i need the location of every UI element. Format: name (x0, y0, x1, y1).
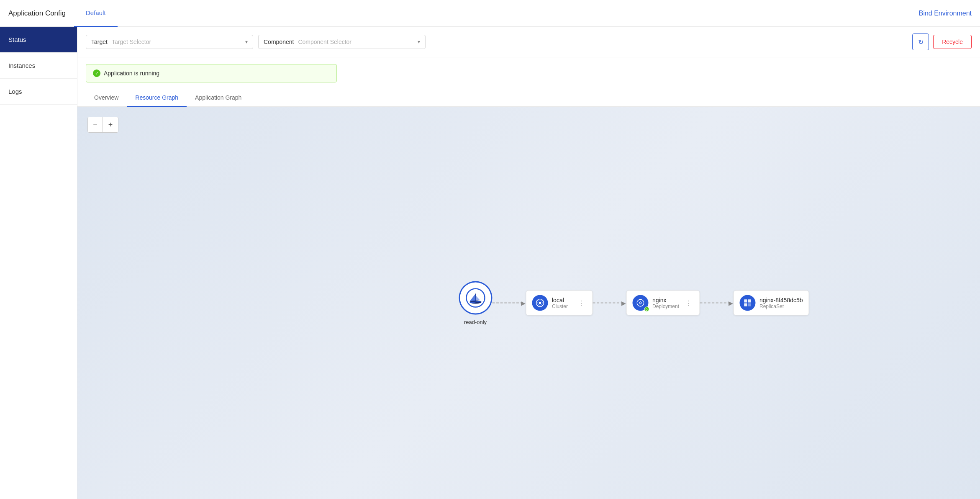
app-icon (459, 281, 492, 314)
status-icon: ✓ (93, 69, 100, 77)
cluster-info: local Cluster (552, 297, 572, 309)
toolbar-right: ↻ Recycle (912, 33, 972, 50)
component-chevron-icon: ▾ (418, 39, 420, 45)
replicaset-node: nginx-8f458dc5b ReplicaSet (733, 291, 809, 316)
svg-line-13 (541, 300, 543, 301)
cluster-icon (532, 295, 548, 311)
svg-rect-18 (748, 299, 751, 302)
deployment-type: Deployment (652, 304, 679, 309)
deployment-node: D nginx Deployment ⋮ (626, 291, 700, 316)
svg-line-11 (537, 300, 539, 301)
target-chevron-icon: ▾ (245, 39, 248, 45)
arrow-icon-3: ▶ (729, 300, 733, 306)
graph-canvas: read-only ▶ (459, 281, 809, 325)
app-config-title: Application Config (8, 9, 66, 18)
svg-line-14 (537, 304, 539, 306)
header: Application Config Default Bind Environm… (0, 0, 980, 27)
target-selector[interactable]: Target Target Selector ▾ (86, 35, 253, 49)
bind-environment-link[interactable]: Bind Environment (919, 10, 972, 17)
tab-default[interactable]: Default (74, 0, 118, 27)
cluster-name: local (552, 297, 572, 304)
arrow-icon-1: ▶ (521, 300, 526, 306)
component-placeholder: Component Selector (298, 39, 413, 45)
deployment-menu-icon[interactable]: ⋮ (683, 298, 693, 308)
layout: Status Instances Logs Target Target Sele… (0, 27, 980, 499)
svg-point-16 (639, 302, 641, 304)
svg-rect-20 (748, 303, 751, 306)
replicaset-info: nginx-8f458dc5b ReplicaSet (759, 297, 803, 309)
graph-area: − + (77, 107, 980, 499)
cluster-node: local Cluster ⋮ (526, 291, 593, 316)
target-placeholder: Target Selector (112, 39, 241, 45)
deploy-icon (636, 298, 645, 308)
svg-point-6 (539, 302, 541, 304)
replicaset-type: ReplicaSet (759, 304, 803, 309)
status-message: Application is running (104, 70, 159, 77)
zoom-in-button[interactable]: + (103, 117, 118, 132)
svg-rect-17 (744, 299, 747, 302)
connector-2: ▶ (593, 300, 626, 306)
refresh-icon: ↻ (918, 38, 924, 46)
sidebar-item-status[interactable]: Status (0, 27, 77, 53)
replicaset-name: nginx-8f458dc5b (759, 297, 803, 304)
target-label: Target (91, 39, 108, 45)
sidebar: Status Instances Logs (0, 27, 77, 499)
recycle-button[interactable]: Recycle (933, 35, 972, 49)
sidebar-item-instances[interactable]: Instances (0, 53, 77, 79)
main-content: Target Target Selector ▾ Component Compo… (77, 27, 980, 499)
dashed-line-3 (700, 303, 730, 304)
toolbar: Target Target Selector ▾ Component Compo… (77, 27, 980, 57)
cluster-type: Cluster (552, 304, 572, 309)
sidebar-item-logs[interactable]: Logs (0, 79, 77, 105)
sailboat-icon (465, 288, 485, 308)
status-banner: ✓ Application is running (86, 64, 337, 82)
connector-1: ▶ (492, 300, 526, 306)
component-label: Component (264, 39, 294, 45)
svg-rect-19 (744, 303, 747, 306)
app-node-readonly: read-only (459, 281, 492, 325)
deployment-name: nginx (652, 297, 679, 304)
tab-application-graph[interactable]: Application Graph (187, 89, 250, 107)
refresh-button[interactable]: ↻ (912, 33, 929, 50)
replicaset-icon (739, 295, 755, 311)
deployment-icon: D (632, 295, 648, 311)
zoom-controls: − + (87, 117, 118, 133)
dashed-line-2 (593, 303, 623, 304)
deployment-info: nginx Deployment (652, 297, 679, 309)
dashed-line-1 (492, 303, 523, 304)
tab-resource-graph[interactable]: Resource Graph (127, 89, 187, 107)
zoom-out-button[interactable]: − (88, 117, 103, 132)
plus-icon: + (108, 121, 113, 129)
tab-overview[interactable]: Overview (86, 89, 127, 107)
content-tabs: Overview Resource Graph Application Grap… (77, 89, 980, 107)
minus-icon: − (93, 121, 97, 129)
cluster-menu-icon[interactable]: ⋮ (576, 298, 586, 308)
arrow-icon-2: ▶ (621, 300, 626, 306)
component-selector[interactable]: Component Component Selector ▾ (258, 35, 426, 49)
header-tabs: Default (74, 0, 919, 27)
svg-line-12 (541, 304, 543, 306)
helm-icon (535, 298, 544, 308)
app-node-label: read-only (464, 319, 487, 325)
rs-icon (743, 298, 752, 308)
connector-3: ▶ (700, 300, 733, 306)
